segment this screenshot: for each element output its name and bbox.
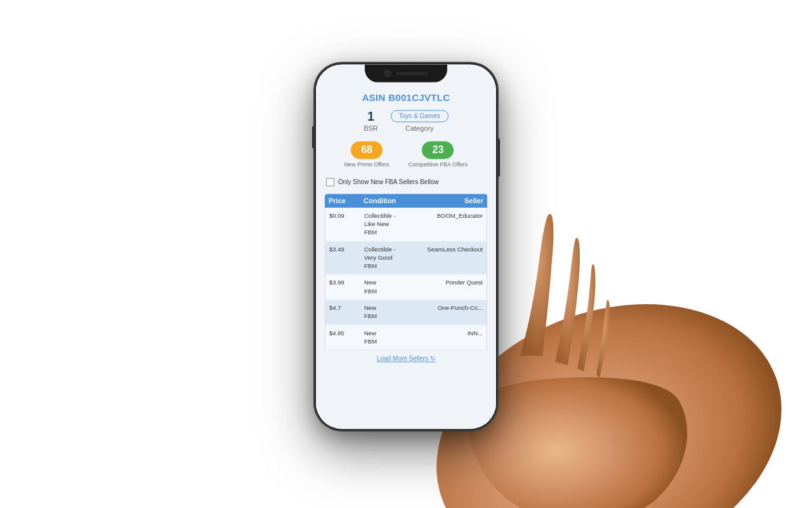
bsr-category-row: 1 BSR Toys & Games Category (325, 109, 487, 132)
row2-condition: Collectible -Very GoodFBM (364, 245, 424, 271)
asin-title: ASIN B001CJVTLC (325, 92, 487, 103)
row5-price: $4.85 (329, 329, 364, 346)
row1-seller: BOOM_Educator (424, 211, 483, 237)
speaker (396, 72, 428, 75)
row1-price: $0.09 (329, 211, 364, 237)
category-pill[interactable]: Toys & Games (391, 110, 449, 122)
row5-condition: NewFBM (364, 329, 424, 346)
row4-seller: One-Punch-Co... (424, 304, 483, 321)
phone-screen: ASIN B001CJVTLC 1 BSR Toys & Games Categ… (316, 64, 496, 429)
row3-condition: NewFBM (364, 279, 424, 296)
competitive-fba-label: Competitive FBA Offers (408, 161, 468, 169)
competitive-fba-offer-block: 23 Competitive FBA Offers (408, 141, 468, 169)
scene: ASIN B001CJVTLC 1 BSR Toys & Games Categ… (0, 0, 812, 508)
phone-notch (365, 64, 447, 82)
competitive-fba-badge: 23 (422, 141, 454, 159)
table-row: $3.49 Collectible -Very GoodFBM SeamLess… (325, 241, 487, 275)
row4-condition: NewFBM (364, 304, 424, 321)
row5-seller: INN... (424, 329, 483, 346)
table-body: $0.09 Collectible -Like NewFBM BOOM_Educ… (325, 208, 487, 351)
category-block: Toys & Games Category (391, 110, 449, 132)
front-camera (384, 69, 391, 77)
new-prime-label: New Prime Offers (344, 161, 390, 169)
col-price: Price (329, 197, 363, 204)
table-row: $3.99 NewFBM Ponder Quest (325, 275, 487, 300)
app-content: ASIN B001CJVTLC 1 BSR Toys & Games Categ… (316, 84, 496, 429)
new-prime-offer-block: 68 New Prime Offers (344, 141, 390, 169)
table-row: $0.09 Collectible -Like NewFBM BOOM_Educ… (325, 208, 487, 241)
row4-price: $4.7 (329, 304, 364, 321)
table-row: $4.7 NewFBM One-Punch-Co... (325, 300, 487, 325)
phone-inner: ASIN B001CJVTLC 1 BSR Toys & Games Categ… (316, 64, 496, 429)
row3-seller: Ponder Quest (424, 279, 483, 296)
table-header: Price Condition Seller (325, 194, 487, 208)
row3-price: $3.99 (329, 279, 364, 296)
phone-wrapper: ASIN B001CJVTLC 1 BSR Toys & Games Categ… (314, 62, 498, 431)
bsr-number: 1 (363, 109, 378, 123)
new-prime-badge: 68 (351, 141, 383, 159)
row1-condition: Collectible -Like NewFBM (364, 211, 424, 237)
category-label: Category (391, 124, 449, 132)
fba-filter-checkbox[interactable] (326, 178, 334, 186)
bsr-label: BSR (363, 124, 378, 132)
phone-frame: ASIN B001CJVTLC 1 BSR Toys & Games Categ… (314, 62, 498, 431)
row2-seller: SeamLess Checkout (424, 245, 483, 271)
col-condition: Condition (363, 197, 424, 204)
filter-row: Only Show New FBA Sellers Bellow (325, 178, 487, 186)
bsr-block: 1 BSR (363, 109, 378, 132)
row2-price: $3.49 (329, 245, 364, 271)
sellers-table: Price Condition Seller $0.09 Collectible… (325, 194, 487, 351)
col-seller: Seller (424, 197, 484, 204)
fba-filter-label: Only Show New FBA Sellers Bellow (338, 178, 438, 185)
offers-row: 68 New Prime Offers 23 Competitive FBA O… (325, 141, 487, 169)
load-more-button[interactable]: Load More Sellers ↻ (325, 356, 487, 363)
table-row: $4.85 NewFBM INN... (325, 325, 487, 350)
